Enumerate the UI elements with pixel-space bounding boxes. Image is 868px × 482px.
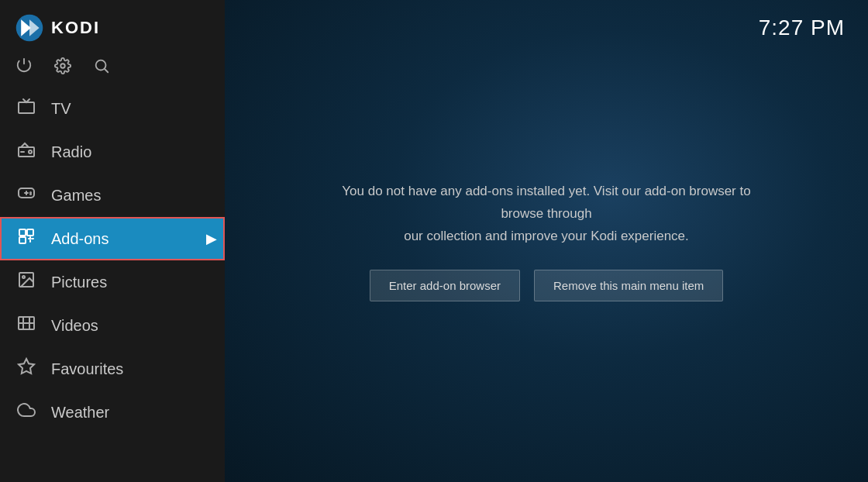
svg-marker-24 xyxy=(19,359,34,374)
radio-icon xyxy=(16,140,37,164)
main-message: You do not have any add-ons installed ye… xyxy=(306,181,787,248)
svg-point-13 xyxy=(30,192,31,193)
svg-point-4 xyxy=(96,60,106,71)
svg-rect-15 xyxy=(19,229,26,236)
main-message-line2: our collection and improve your Kodi exp… xyxy=(404,229,689,243)
search-icon xyxy=(93,57,110,74)
videos-icon xyxy=(16,314,37,337)
weather-icon xyxy=(16,401,37,424)
sidebar-header: KODI xyxy=(0,0,225,53)
sidebar-item-radio[interactable]: Radio xyxy=(0,130,225,174)
sidebar: KODI xyxy=(0,0,225,482)
power-button[interactable] xyxy=(16,57,33,74)
svg-line-5 xyxy=(105,69,108,72)
main-content: 7:27 PM You do not have any add-ons inst… xyxy=(225,0,868,482)
cursor-icon: ▶ xyxy=(206,230,217,247)
tv-icon xyxy=(16,97,37,120)
power-icon xyxy=(16,57,33,74)
search-button[interactable] xyxy=(93,57,110,74)
sidebar-item-videos-label: Videos xyxy=(51,317,98,335)
sidebar-item-addons-label: Add-ons xyxy=(51,230,109,248)
sidebar-item-tv[interactable]: TV xyxy=(0,87,225,130)
svg-point-8 xyxy=(29,150,32,153)
remove-menu-item-button[interactable]: Remove this main menu item xyxy=(534,270,723,301)
settings-button[interactable] xyxy=(54,57,71,74)
sidebar-item-games[interactable]: Games xyxy=(0,174,225,217)
sidebar-item-pictures[interactable]: Pictures xyxy=(0,260,225,304)
games-icon xyxy=(16,184,37,207)
enter-addon-browser-button[interactable]: Enter add-on browser xyxy=(370,270,520,301)
sidebar-item-pictures-label: Pictures xyxy=(51,274,107,291)
sidebar-nav: TV Radio xyxy=(0,87,225,482)
addons-icon xyxy=(16,227,37,250)
svg-rect-16 xyxy=(27,229,33,236)
gear-icon xyxy=(54,57,71,74)
svg-point-14 xyxy=(30,194,31,195)
sidebar-item-games-label: Games xyxy=(51,187,101,205)
kodi-logo-icon xyxy=(16,14,43,42)
action-buttons: Enter add-on browser Remove this main me… xyxy=(370,270,724,301)
main-message-line1: You do not have any add-ons installed ye… xyxy=(342,184,750,221)
app-title: KODI xyxy=(51,18,100,38)
sidebar-item-radio-label: Radio xyxy=(51,143,91,161)
sidebar-item-weather[interactable]: Weather xyxy=(0,391,225,434)
favourites-icon xyxy=(16,357,37,380)
sidebar-item-favourites-label: Favourites xyxy=(51,360,123,378)
sidebar-item-addons[interactable]: Add-ons ▶ xyxy=(0,217,225,260)
sidebar-top-icons xyxy=(0,53,225,87)
sidebar-item-weather-label: Weather xyxy=(51,404,109,422)
sidebar-item-tv-label: TV xyxy=(51,100,71,118)
sidebar-item-videos[interactable]: Videos xyxy=(0,304,225,347)
sidebar-item-favourites[interactable]: Favourites xyxy=(0,347,225,391)
pictures-icon xyxy=(16,270,37,294)
svg-point-3 xyxy=(60,64,65,68)
svg-rect-17 xyxy=(19,237,26,243)
svg-rect-6 xyxy=(19,102,34,113)
time-display: 7:27 PM xyxy=(759,15,845,40)
svg-point-19 xyxy=(22,276,25,278)
